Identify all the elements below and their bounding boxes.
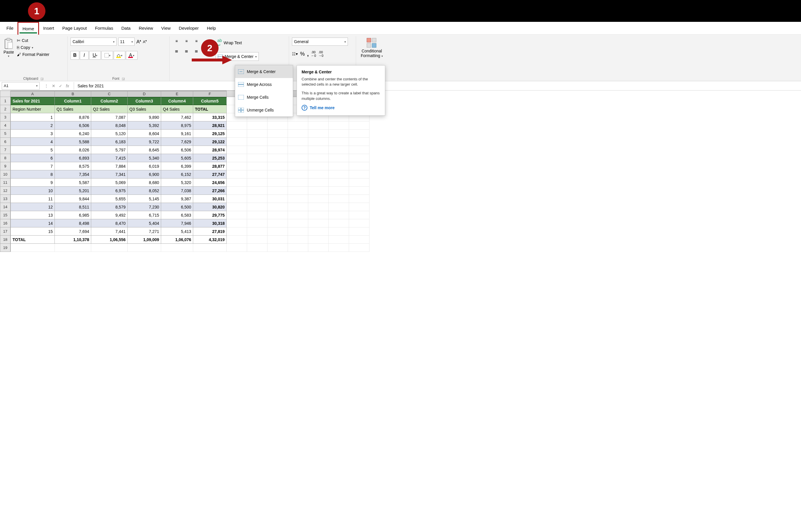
cell[interactable] bbox=[227, 162, 247, 170]
cell[interactable] bbox=[349, 146, 370, 154]
cell[interactable]: 6,900 bbox=[128, 170, 161, 178]
cell[interactable]: 5,069 bbox=[91, 178, 128, 187]
cell[interactable]: 7,341 bbox=[91, 170, 128, 178]
cell[interactable]: 2 bbox=[11, 121, 55, 130]
merge-across-menuitem[interactable]: Merge Across bbox=[235, 78, 293, 91]
dialog-launcher-icon[interactable]: ◲ bbox=[122, 77, 125, 81]
cell[interactable]: 7,415 bbox=[91, 154, 128, 162]
cell[interactable] bbox=[247, 154, 267, 162]
cell[interactable]: TOTAL bbox=[193, 105, 227, 113]
cell[interactable] bbox=[329, 195, 349, 203]
cell[interactable]: 1,10,378 bbox=[55, 235, 91, 244]
cell[interactable] bbox=[349, 219, 370, 227]
cell[interactable]: 13 bbox=[11, 211, 55, 219]
cell[interactable] bbox=[267, 146, 288, 154]
cell[interactable] bbox=[227, 170, 247, 178]
italic-button[interactable]: I bbox=[80, 51, 89, 60]
row-header[interactable]: 13 bbox=[0, 195, 11, 203]
paste-button[interactable]: Paste ▾ bbox=[2, 36, 15, 58]
cell[interactable] bbox=[288, 162, 308, 170]
cell[interactable] bbox=[329, 211, 349, 219]
cell[interactable]: 29,775 bbox=[193, 211, 227, 219]
cell[interactable]: 6,975 bbox=[91, 187, 128, 195]
cell[interactable]: 6,240 bbox=[55, 130, 91, 138]
cell[interactable]: 30,031 bbox=[193, 195, 227, 203]
cell[interactable]: 29,122 bbox=[193, 138, 227, 146]
cell[interactable]: 8,026 bbox=[55, 146, 91, 154]
cell[interactable]: 7,354 bbox=[55, 170, 91, 178]
cell[interactable]: 5,320 bbox=[161, 178, 193, 187]
cell[interactable] bbox=[267, 195, 288, 203]
cell[interactable]: 1,06,076 bbox=[161, 235, 193, 244]
cell[interactable]: 15 bbox=[11, 227, 55, 235]
comma-style-button[interactable]: , bbox=[307, 51, 309, 57]
cell[interactable]: 5,404 bbox=[128, 219, 161, 227]
cell[interactable] bbox=[308, 162, 329, 170]
cell[interactable]: Q1 Sales bbox=[55, 105, 91, 113]
enter-formula-icon[interactable]: ✓ bbox=[59, 83, 62, 88]
column-header[interactable]: C bbox=[91, 91, 128, 97]
cell[interactable] bbox=[247, 244, 267, 252]
cell[interactable] bbox=[288, 154, 308, 162]
dialog-launcher-icon[interactable]: ◲ bbox=[40, 77, 43, 81]
cell[interactable] bbox=[349, 235, 370, 244]
row-header[interactable]: 17 bbox=[0, 227, 11, 235]
cell[interactable] bbox=[329, 187, 349, 195]
chevron-down-icon[interactable]: ▾ bbox=[255, 55, 257, 58]
cell[interactable] bbox=[329, 162, 349, 170]
cell[interactable]: 8,498 bbox=[55, 219, 91, 227]
cell[interactable]: 30,820 bbox=[193, 203, 227, 211]
cell[interactable] bbox=[247, 219, 267, 227]
cell[interactable]: 6,715 bbox=[128, 211, 161, 219]
cell[interactable]: 7,946 bbox=[161, 219, 193, 227]
cell[interactable] bbox=[329, 154, 349, 162]
cell[interactable]: 6 bbox=[11, 154, 55, 162]
cell[interactable]: 5,587 bbox=[55, 178, 91, 187]
cell[interactable]: Column2 bbox=[91, 97, 128, 105]
row-header[interactable]: 5 bbox=[0, 130, 11, 138]
unmerge-cells-menuitem[interactable]: Unmerge Cells bbox=[235, 104, 293, 116]
cell[interactable] bbox=[267, 211, 288, 219]
tab-view[interactable]: View bbox=[157, 22, 174, 35]
cell[interactable] bbox=[308, 178, 329, 187]
row-header[interactable]: 19 bbox=[0, 244, 11, 252]
cell[interactable] bbox=[308, 154, 329, 162]
cell[interactable]: 9,492 bbox=[91, 211, 128, 219]
row-header[interactable]: 7 bbox=[0, 146, 11, 154]
cell[interactable]: 8,470 bbox=[91, 219, 128, 227]
cell[interactable]: 30,318 bbox=[193, 219, 227, 227]
font-size-select[interactable]: 11▾ bbox=[118, 38, 135, 46]
cell[interactable]: 5 bbox=[11, 146, 55, 154]
cell[interactable]: 9 bbox=[11, 178, 55, 187]
row-header[interactable]: 11 bbox=[0, 178, 11, 187]
cell[interactable] bbox=[288, 187, 308, 195]
cell[interactable] bbox=[288, 211, 308, 219]
align-middle-icon[interactable]: ≡ bbox=[182, 37, 190, 45]
cell[interactable]: 28,877 bbox=[193, 162, 227, 170]
cell[interactable] bbox=[288, 227, 308, 235]
cell[interactable] bbox=[247, 211, 267, 219]
cell[interactable] bbox=[267, 178, 288, 187]
cell[interactable]: 6,506 bbox=[161, 146, 193, 154]
cell[interactable] bbox=[349, 187, 370, 195]
cell[interactable] bbox=[267, 121, 288, 130]
align-left-icon[interactable]: ≣ bbox=[172, 47, 181, 55]
cell[interactable]: 5,655 bbox=[91, 195, 128, 203]
column-header[interactable]: E bbox=[161, 91, 193, 97]
cell[interactable] bbox=[349, 195, 370, 203]
cell[interactable] bbox=[329, 219, 349, 227]
cell[interactable] bbox=[247, 121, 267, 130]
cell[interactable] bbox=[267, 138, 288, 146]
font-name-select[interactable]: Calibri▾ bbox=[71, 38, 116, 46]
cell[interactable]: 9,722 bbox=[128, 138, 161, 146]
row-header[interactable]: 12 bbox=[0, 187, 11, 195]
cell[interactable]: 6,583 bbox=[161, 211, 193, 219]
cell[interactable] bbox=[288, 244, 308, 252]
cell[interactable] bbox=[308, 244, 329, 252]
fill-color-button[interactable]: ◇ ▾ bbox=[114, 51, 125, 60]
cell[interactable] bbox=[247, 227, 267, 235]
cell[interactable] bbox=[288, 146, 308, 154]
cell[interactable]: 10 bbox=[11, 187, 55, 195]
cell[interactable]: 6,183 bbox=[91, 138, 128, 146]
cell[interactable]: 5,201 bbox=[55, 187, 91, 195]
